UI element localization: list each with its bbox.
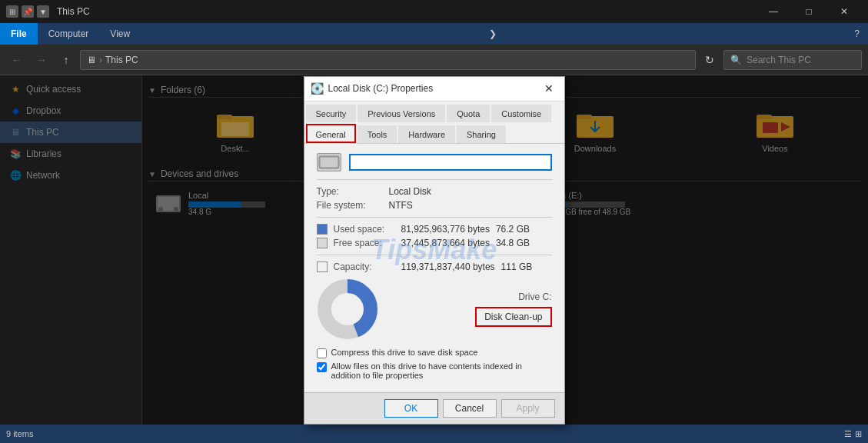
- dialog-tab-row-1: Security Previous Versions Quota Customi…: [304, 102, 564, 122]
- ok-button[interactable]: OK: [384, 399, 438, 418]
- drive-c-text-label: Drive C:: [518, 291, 551, 302]
- tab-quota[interactable]: Quota: [447, 105, 490, 122]
- used-space-gb: 76.2 GB: [496, 224, 530, 235]
- pie-section: Drive C: Disk Clean-up: [317, 278, 552, 340]
- status-bar: 9 items ☰ ⊞: [0, 425, 868, 443]
- checkbox-section: Compress this drive to save disk space A…: [317, 348, 552, 380]
- forward-button[interactable]: →: [31, 49, 52, 71]
- dialog-tab-row-2: General Tools Hardware Sharing: [304, 122, 564, 143]
- menu-file[interactable]: File: [0, 23, 38, 45]
- used-space-bytes: 81,925,963,776 bytes: [401, 224, 490, 235]
- address-path: This PC: [105, 55, 138, 65]
- divider-1: [317, 179, 552, 180]
- compress-label: Compress this drive to save disk space: [331, 348, 478, 357]
- compress-row: Compress this drive to save disk space: [317, 348, 552, 358]
- tab-customise[interactable]: Customise: [491, 105, 551, 122]
- menu-computer[interactable]: Computer: [38, 23, 100, 45]
- main-area: ★ Quick access ◆ Dropbox 🖥 This PC 📚 Lib…: [0, 75, 868, 425]
- tab-previous-versions[interactable]: Previous Versions: [358, 105, 445, 122]
- filesystem-value: NTFS: [389, 200, 413, 211]
- search-box[interactable]: 🔍 Search This PC: [723, 50, 862, 70]
- toolbar: ← → ↑ 🖥 › This PC ↻ 🔍 Search This PC: [0, 45, 868, 75]
- menu-view[interactable]: View: [99, 23, 141, 45]
- window-icon: ⊞: [6, 5, 18, 18]
- address-bar[interactable]: 🖥 › This PC: [80, 50, 696, 70]
- dialog-title-bar: 💽 Local Disk (C:) Properties ✕: [304, 77, 564, 102]
- type-row: Type: Local Disk: [317, 186, 552, 197]
- filesystem-row: File system: NTFS: [317, 200, 552, 211]
- filesystem-label: File system:: [317, 200, 386, 211]
- drive-label-section: [317, 153, 552, 172]
- tab-general[interactable]: General: [306, 124, 356, 143]
- search-placeholder: Search This PC: [747, 55, 811, 65]
- view-grid-icon[interactable]: ⊞: [855, 429, 862, 439]
- dialog-body: Type: Local Disk File system: NTFS Used …: [304, 144, 564, 392]
- divider-2: [317, 217, 552, 218]
- tab-sharing[interactable]: Sharing: [457, 125, 506, 143]
- status-bar-right: ☰ ⊞: [844, 429, 862, 439]
- help-icon[interactable]: ?: [845, 23, 868, 45]
- index-checkbox[interactable]: [317, 362, 327, 372]
- address-separator: ›: [99, 55, 102, 65]
- tab-tools[interactable]: Tools: [358, 125, 397, 143]
- free-space-bytes: 37,445,873,664 bytes: [401, 238, 490, 248]
- drive-hdd-icon: [317, 153, 341, 172]
- free-space-gb: 34.8 GB: [496, 238, 530, 248]
- type-value: Local Disk: [389, 186, 431, 197]
- tab-security[interactable]: Security: [306, 105, 357, 122]
- search-icon: 🔍: [730, 55, 742, 65]
- menu-bar: File Computer View ❯ ?: [0, 23, 868, 45]
- capacity-color-box: [317, 261, 328, 272]
- dialog-title-icon: 💽: [311, 82, 324, 95]
- capacity-label: Capacity:: [334, 261, 395, 272]
- compress-checkbox[interactable]: [317, 348, 327, 358]
- index-label: Allow files on this drive to have conten…: [331, 361, 552, 380]
- address-icon: 🖥: [87, 55, 96, 65]
- type-label: Type:: [317, 186, 386, 197]
- used-color-box: [317, 224, 328, 235]
- disk-cleanup-button[interactable]: Disk Clean-up: [475, 307, 551, 327]
- free-space-row: Free space: 37,445,873,664 bytes 34.8 GB: [317, 238, 552, 248]
- used-space-row: Used space: 81,925,963,776 bytes 76.2 GB: [317, 224, 552, 235]
- dialog-title-text: Local Disk (C:) Properties: [328, 83, 540, 94]
- apply-button[interactable]: Apply: [501, 399, 555, 418]
- view-list-icon[interactable]: ☰: [844, 429, 852, 439]
- tab-hardware[interactable]: Hardware: [398, 125, 455, 143]
- used-space-label: Used space:: [334, 224, 395, 235]
- pie-right: Drive C: Disk Clean-up: [391, 291, 552, 327]
- properties-dialog: 💽 Local Disk (C:) Properties ✕ Security …: [304, 76, 565, 425]
- up-button[interactable]: ↑: [55, 49, 77, 71]
- dialog-overlay: TipsMake 💽 Local Disk (C:) Properties ✕ …: [0, 75, 868, 425]
- title-bar: ⊞ 📌 ▼ This PC — □ ✕: [0, 0, 868, 23]
- title-bar-icons: ⊞ 📌 ▼: [6, 5, 49, 18]
- status-items: 9 items: [6, 429, 33, 438]
- capacity-bytes: 119,371,837,440 bytes: [401, 261, 495, 272]
- close-button[interactable]: ✕: [826, 0, 862, 23]
- dialog-footer: OK Cancel Apply: [304, 392, 564, 424]
- minimize-button[interactable]: —: [756, 0, 791, 23]
- free-color-box: [317, 238, 328, 248]
- svg-point-25: [332, 294, 363, 325]
- divider-3: [317, 255, 552, 255]
- dialog-close-button[interactable]: ✕: [540, 79, 558, 98]
- title-bar-text: This PC: [57, 6, 90, 17]
- maximize-button[interactable]: □: [791, 0, 826, 23]
- svg-rect-22: [321, 158, 338, 167]
- free-space-label: Free space:: [334, 238, 395, 248]
- pin-icon: 📌: [22, 5, 34, 18]
- capacity-gb: 111 GB: [501, 261, 533, 272]
- cancel-button[interactable]: Cancel: [443, 399, 497, 418]
- menu-expand-icon[interactable]: ❯: [481, 23, 504, 45]
- dialog-tabs: Security Previous Versions Quota Customi…: [304, 102, 564, 144]
- nav-icon: ▼: [37, 5, 49, 18]
- capacity-row: Capacity: 119,371,837,440 bytes 111 GB: [317, 261, 552, 272]
- drive-label-input[interactable]: [349, 154, 552, 171]
- refresh-button[interactable]: ↻: [699, 49, 720, 71]
- index-row: Allow files on this drive to have conten…: [317, 361, 552, 380]
- title-bar-controls: — □ ✕: [756, 0, 862, 23]
- pie-chart: [317, 278, 378, 340]
- back-button[interactable]: ←: [6, 49, 28, 71]
